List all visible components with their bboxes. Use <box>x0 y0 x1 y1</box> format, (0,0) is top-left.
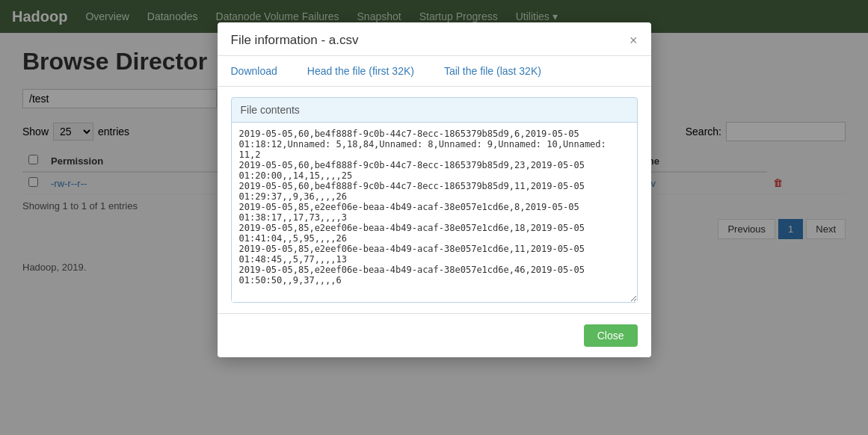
file-contents-header: File contents <box>232 98 637 123</box>
file-info-modal: File information - a.csv × Download Head… <box>218 22 651 288</box>
modal-overlay: File information - a.csv × Download Head… <box>0 0 868 288</box>
file-contents-box: File contents <box>231 97 638 288</box>
tail-file-link[interactable]: Tail the file (last 32K) <box>444 65 541 77</box>
modal-actions: Download Head the file (first 32K) Tail … <box>218 56 651 87</box>
head-file-link[interactable]: Head the file (first 32K) <box>307 65 414 77</box>
modal-header: File information - a.csv × <box>218 22 651 56</box>
modal-body: File contents <box>218 87 651 288</box>
file-contents-textarea[interactable] <box>232 123 637 288</box>
download-link[interactable]: Download <box>231 65 277 77</box>
modal-title: File information - a.csv <box>231 33 359 48</box>
modal-close-x-button[interactable]: × <box>630 34 638 47</box>
